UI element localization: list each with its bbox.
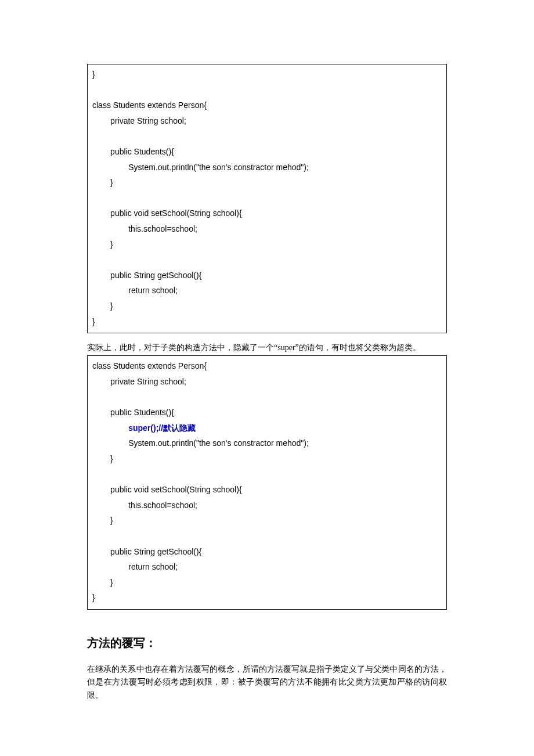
paragraph-explanation-1: 实际上，此时，对于子类的构造方法中，隐藏了一个“super”的语句，有时也将父类… (87, 341, 447, 354)
code-line: } (92, 454, 113, 463)
code-line: this.school=school; (92, 224, 197, 233)
code-line: } (92, 70, 95, 79)
code-line: } (92, 178, 113, 187)
paragraph-explanation-2: 在继承的关系中也存在着方法覆写的概念，所谓的方法覆写就是指子类定义了与父类中同名… (87, 663, 447, 702)
code-line: public String getSchool(){ (92, 271, 201, 280)
code-line: return school; (92, 286, 178, 295)
code-line: } (92, 240, 113, 249)
code-line: public void setSchool(String school){ (92, 485, 242, 494)
highlighted-super-call: super();//默认隐藏 (128, 423, 196, 433)
code-line: public Students(){ (92, 147, 174, 156)
code-line: private String school; (92, 116, 186, 125)
code-block-1: } class Students extends Person{ private… (87, 64, 447, 333)
section-heading: 方法的覆写： (87, 633, 447, 653)
code-line: System.out.println("the son's constracto… (92, 163, 309, 172)
code-line: } (92, 593, 95, 602)
code-line: System.out.println("the son's constracto… (92, 438, 309, 448)
code-line: public String getSchool(){ (92, 547, 201, 556)
document-page: } class Students extends Person{ private… (0, 0, 534, 756)
code-line: public Students(){ (92, 408, 174, 417)
code-line: } (92, 578, 113, 587)
code-line: return school; (92, 562, 178, 571)
code-line (92, 423, 128, 433)
code-line: public void setSchool(String school){ (92, 208, 242, 218)
code-line: this.school=school; (92, 501, 197, 510)
code-line: } (92, 317, 95, 326)
code-line: class Students extends Person{ (92, 100, 207, 110)
code-line: class Students extends Person{ (92, 361, 207, 370)
code-line: private String school; (92, 377, 186, 386)
code-line: } (92, 301, 113, 311)
code-block-2: class Students extends Person{ private S… (87, 355, 447, 610)
code-line: } (92, 516, 113, 525)
